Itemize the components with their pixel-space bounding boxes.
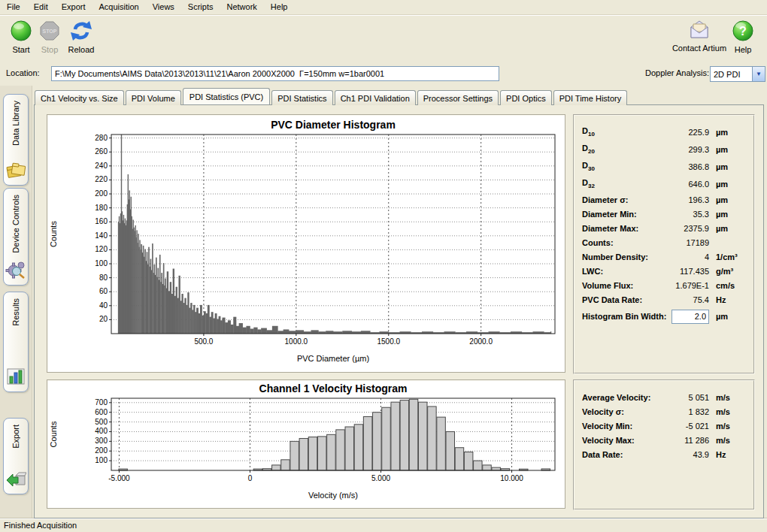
stat-unit: m/s [716, 393, 746, 402]
stat-value: 646.0 [661, 180, 709, 189]
stat-unit: µm [716, 312, 746, 321]
chevron-down-icon[interactable]: ▼ [752, 67, 765, 81]
stat-label: Data Rate: [582, 450, 623, 459]
stat-label: Diameter Max: [582, 224, 638, 233]
reload-button[interactable]: Reload [65, 20, 98, 54]
doppler-analysis-select[interactable]: 2D PDI ▼ [710, 66, 765, 82]
velocity-histogram: Channel 1 Velocity Histogram100200300400… [47, 380, 563, 506]
svg-text:400: 400 [95, 427, 108, 435]
export-label: Export [11, 425, 20, 449]
help-label: Help [735, 45, 752, 54]
svg-text:180: 180 [95, 204, 108, 212]
svg-text:200: 200 [95, 189, 108, 198]
location-row: Location: Doppler Analysis: 2D PDI ▼ [0, 65, 767, 84]
tab-pdi-statistics-pvc[interactable]: PDI Statistics (PVC) [183, 88, 270, 104]
location-input[interactable] [51, 66, 499, 81]
toolbar: Start STOP Stop Reload [0, 15, 767, 63]
sidebar-item-export[interactable]: Export [3, 418, 29, 494]
stat-unit: g/m³ [716, 267, 746, 276]
svg-text:-5.000: -5.000 [108, 474, 130, 482]
velocity-stat-data-rate: Data Rate:43.9Hz [582, 447, 746, 461]
stat-unit: µm [716, 224, 746, 233]
tab-pdi-volume[interactable]: PDI Volume [126, 90, 181, 105]
menu-item-export[interactable]: Export [55, 0, 92, 13]
sidebar-item-data-library[interactable]: Data Library [3, 94, 29, 186]
application-window: FileEditExportAcquisitionViewsScriptsNet… [0, 0, 767, 532]
stat-unit: Hz [716, 295, 746, 304]
sidebar-item-device-controls[interactable]: Device Controls [3, 188, 29, 286]
tab-processor-settings[interactable]: Processor Settings [417, 90, 499, 105]
menu-item-views[interactable]: Views [146, 0, 181, 13]
diameter-stat-diameter-max: Diameter Max:2375.9µm [582, 221, 746, 235]
stat-value: 196.3 [661, 195, 709, 204]
stat-label: Average Velocity: [582, 393, 650, 402]
stat-unit: µm [716, 210, 746, 219]
stat-label: Number Density: [582, 252, 648, 261]
tab-pdi-statistics[interactable]: PDI Statistics [271, 90, 332, 105]
sidebar: Data Library Device Controls [0, 86, 32, 518]
stat-label: D32 [582, 178, 595, 189]
menu-item-scripts[interactable]: Scripts [181, 0, 220, 13]
start-label: Start [12, 45, 29, 54]
svg-text:140: 140 [95, 231, 108, 240]
menu-item-help[interactable]: Help [264, 0, 295, 13]
diameter-stat-histogram-bin-width: Histogram Bin Width:µm [582, 307, 746, 326]
stat-value: 4 [661, 252, 709, 261]
diameter-stat-pvc-data-rate: PVC Data Rate:75.4Hz [582, 292, 746, 307]
results-label: Results [11, 298, 20, 326]
sidebar-item-results[interactable]: Results [3, 292, 29, 392]
help-button[interactable]: ? Help [728, 20, 758, 54]
stat-label: LWC: [582, 267, 603, 276]
menu-item-edit[interactable]: Edit [27, 0, 55, 13]
svg-text:Counts: Counts [49, 221, 58, 247]
stat-value: 11 286 [661, 436, 709, 445]
diameter-stat-counts: Counts:17189 [582, 235, 746, 249]
stat-unit: µm [716, 145, 746, 154]
stop-button[interactable]: STOP Stop [36, 20, 63, 54]
menu-item-file[interactable]: File [0, 0, 27, 13]
stat-unit: µm [716, 128, 746, 137]
svg-text:1000.0: 1000.0 [285, 337, 308, 346]
pvc-diameter-histogram: PVC Diameter Histogram204060801001201401… [47, 115, 563, 370]
svg-text:80: 80 [99, 274, 108, 282]
svg-text:260: 260 [95, 147, 108, 156]
velocity-stat-velocity: Velocity σ:1 832m/s [582, 404, 746, 419]
svg-text:Counts: Counts [49, 421, 58, 447]
tab-ch1-velocity-vs-size[interactable]: Ch1 Velocity vs. Size [35, 90, 124, 105]
status-text: Finished Acquisition [4, 521, 77, 530]
svg-text:600: 600 [95, 408, 108, 416]
results-chart-icon [6, 367, 26, 387]
reload-icon [70, 20, 92, 44]
tab-pdi-optics[interactable]: PDI Optics [500, 90, 552, 105]
stat-unit: Hz [716, 450, 746, 459]
diameter-stat-diameter-min: Diameter Min:35.3µm [582, 207, 746, 221]
menu-item-acquisition[interactable]: Acquisition [92, 0, 146, 13]
svg-text:500: 500 [95, 418, 108, 426]
histogram-bin-width-input[interactable] [672, 310, 709, 324]
reload-label: Reload [68, 45, 95, 54]
tab-pdi-time-history[interactable]: PDI Time History [553, 90, 628, 105]
stat-value: 117.435 [661, 267, 709, 276]
svg-text:2000.0: 2000.0 [469, 337, 493, 346]
stat-unit: 1/cm³ [716, 252, 746, 261]
data-library-label: Data Library [11, 101, 20, 146]
stat-label: Diameter σ: [582, 195, 628, 204]
velocity-histogram-panel: Channel 1 Velocity Histogram100200300400… [47, 379, 565, 509]
stat-unit: µm [716, 195, 746, 204]
tab-ch1-pdi-validation[interactable]: Ch1 PDI Validation [335, 90, 416, 105]
contact-artium-button[interactable]: Contact Artium [669, 20, 729, 53]
stat-value: 1 832 [661, 407, 709, 416]
start-button[interactable]: Start [6, 20, 36, 54]
stat-label: D20 [582, 144, 595, 155]
menu-item-network[interactable]: Network [220, 0, 263, 13]
diameter-stat-volume-flux: Volume Flux:1.679E-1cm/s [582, 278, 746, 292]
svg-text:PVC Diameter (µm): PVC Diameter (µm) [297, 354, 369, 363]
folders-icon [5, 161, 26, 180]
stop-glyph: STOP [43, 29, 57, 34]
stat-label: Velocity Min: [582, 422, 632, 431]
svg-text:100: 100 [95, 259, 108, 268]
velocity-stat-velocity-min: Velocity Min:-5 021m/s [582, 419, 746, 433]
status-bar: Finished Acquisition [0, 518, 767, 532]
stat-value: 35.3 [661, 210, 709, 219]
svg-text:200: 200 [95, 446, 108, 455]
